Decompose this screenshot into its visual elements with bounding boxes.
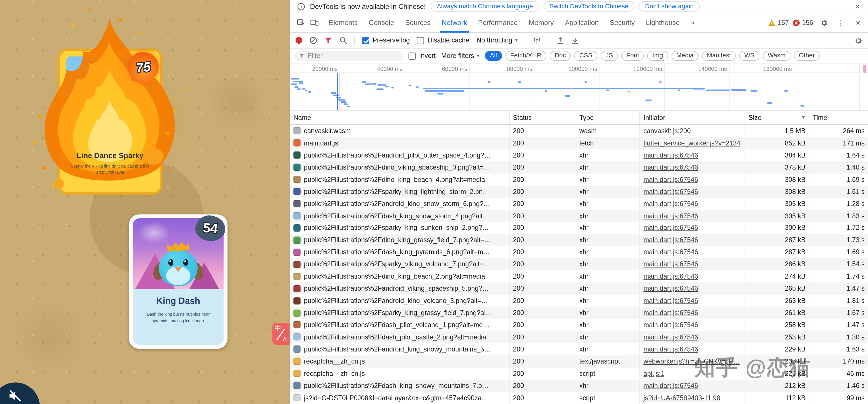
card-king-dash[interactable]: King Dash Dash the king bursts bubbles n… <box>129 214 227 349</box>
initiator-link[interactable]: main.dart.js:67546 <box>643 382 698 390</box>
table-row[interactable]: public%2Fillustrations%2Fsparky_king_sun… <box>290 222 868 234</box>
waterfall-bar[interactable] <box>692 88 705 90</box>
initiator-link[interactable]: main.dart.js:67546 <box>643 261 698 268</box>
waterfall-bar[interactable] <box>344 103 347 105</box>
throttling-select[interactable]: No throttling ▾ <box>476 36 518 44</box>
tab-application[interactable]: Application <box>559 13 604 32</box>
table-row[interactable]: public%2Fillustrations%2Fdino_king_beach… <box>290 270 868 282</box>
table-row[interactable]: public%2Fillustrations%2Fandroid_king_sn… <box>290 198 868 210</box>
column-header-status[interactable]: Status <box>509 110 576 124</box>
waterfall-bar[interactable] <box>767 102 772 104</box>
export-har-icon[interactable] <box>571 36 579 44</box>
checkbox-unchecked[interactable] <box>417 37 424 44</box>
filter-pill-doc[interactable]: Doc <box>550 50 571 61</box>
disable-cache-checkbox[interactable]: Disable cache <box>417 36 469 44</box>
filter-pill-ws[interactable]: WS <box>739 50 760 61</box>
table-row[interactable]: recaptcha__zh_cn.js200text/javascriptweb… <box>290 355 868 367</box>
table-row[interactable]: public%2Fillustrations%2Fsparky_viking_v… <box>290 258 868 270</box>
tab-lighthouse[interactable]: Lighthouse <box>640 13 685 32</box>
initiator-link[interactable]: js?id=UA-67589403-11:98 <box>643 394 720 402</box>
tab-elements[interactable]: Elements <box>323 13 363 32</box>
filter-pill-media[interactable]: Media <box>671 50 699 61</box>
waterfall-bar[interactable] <box>628 91 630 92</box>
warnings-count[interactable]: 157 <box>768 19 789 26</box>
initiator-link[interactable]: flutter_service_worker.js?v=2134 <box>643 139 740 147</box>
network-conditions-icon[interactable] <box>532 36 541 44</box>
record-network-log-button[interactable] <box>296 37 302 44</box>
waterfall-bar[interactable] <box>302 88 305 90</box>
import-har-icon[interactable] <box>556 36 564 44</box>
waterfall-bar[interactable] <box>731 89 746 91</box>
waterfall-bar[interactable] <box>299 82 303 84</box>
clear-network-log-icon[interactable] <box>309 36 317 44</box>
initiator-link[interactable]: webworker.js?hl=zh-CN&v=pP… <box>643 358 740 365</box>
more-filters-dropdown[interactable]: More filters ▾ <box>441 52 479 60</box>
waterfall-bar[interactable] <box>341 101 346 103</box>
initiator-link[interactable]: main.dart.js:67546 <box>643 345 698 353</box>
filter-input[interactable] <box>308 52 399 60</box>
initiator-link[interactable]: main.dart.js:67546 <box>643 236 698 244</box>
waterfall-bar[interactable] <box>606 90 610 91</box>
waterfall-bar[interactable] <box>678 90 680 91</box>
table-row[interactable]: public%2Fillustrations%2Fdash_king_snowy… <box>290 380 868 392</box>
initiator-link[interactable]: main.dart.js:67546 <box>643 309 698 317</box>
tab-network[interactable]: Network <box>436 13 472 32</box>
waterfall-bar[interactable] <box>297 88 301 90</box>
checkbox-checked[interactable] <box>362 37 369 44</box>
column-header-name[interactable]: Name <box>290 110 509 124</box>
initiator-link[interactable]: main.dart.js:67546 <box>643 212 698 220</box>
table-row[interactable]: public%2Fillustrations%2Fandroid_king_vo… <box>290 295 868 307</box>
waterfall-bar[interactable] <box>706 90 730 91</box>
waterfall-bar[interactable] <box>750 90 757 92</box>
waterfall-bar[interactable] <box>416 86 418 88</box>
filter-input-box[interactable] <box>294 50 403 61</box>
table-row[interactable]: public%2Fillustrations%2Fandroid_king_sn… <box>290 343 868 355</box>
filter-pill-manifest[interactable]: Manifest <box>702 50 736 61</box>
initiator-link[interactable]: main.dart.js:67546 <box>643 284 698 292</box>
waterfall-bar[interactable] <box>784 90 788 92</box>
tab-sources[interactable]: Sources <box>400 13 436 32</box>
waterfall-bar[interactable] <box>423 88 695 89</box>
column-header-size[interactable]: Size▼ <box>745 110 809 124</box>
initiator-link[interactable]: main.dart.js:67546 <box>643 200 698 208</box>
devtools-close-button[interactable]: × <box>851 16 865 29</box>
waterfall-bar[interactable] <box>333 94 339 96</box>
tab-memory[interactable]: Memory <box>523 13 560 32</box>
device-toolbar-icon[interactable] <box>308 16 321 29</box>
waterfall-bar[interactable] <box>308 91 311 93</box>
column-header-time[interactable]: Time <box>809 110 868 124</box>
waterfall-bar[interactable] <box>462 90 464 92</box>
waterfall-bar[interactable] <box>659 81 661 83</box>
waterfall-bar[interactable] <box>331 92 336 94</box>
waterfall-bar[interactable] <box>645 100 651 101</box>
waterfall-bar[interactable] <box>488 81 491 83</box>
column-header-initiator[interactable]: Initiator <box>640 110 745 124</box>
initiator-link[interactable]: main.dart.js:67546 <box>643 224 698 232</box>
waterfall-bar[interactable] <box>377 88 384 90</box>
column-header-type[interactable]: Type <box>576 110 640 124</box>
initiator-link[interactable]: main.dart.js:67546 <box>643 176 698 183</box>
table-row[interactable]: recaptcha__zh_cn.js200scriptapi.js:1225 … <box>290 367 868 379</box>
waterfall-bar[interactable] <box>585 81 587 83</box>
banner-button-always-match-chrome-s-language[interactable]: Always match Chrome's language <box>431 1 539 12</box>
waterfall-bar[interactable] <box>801 105 804 107</box>
waterfall-bar[interactable] <box>408 85 411 87</box>
initiator-link[interactable]: main.dart.js:67546 <box>643 188 698 195</box>
waterfall-bar[interactable] <box>545 90 547 92</box>
table-row[interactable]: canvaskit.wasm200wasmcanvaskit.js:2001.5… <box>290 125 868 137</box>
filter-pill-js[interactable]: JS <box>600 50 618 61</box>
waterfall-bar[interactable] <box>518 81 521 83</box>
initiator-link[interactable]: main.dart.js:67546 <box>643 273 698 280</box>
table-row[interactable]: public%2Fillustrations%2Fdash_pilot_volc… <box>290 319 868 331</box>
initiator-link[interactable]: main.dart.js:67546 <box>643 151 698 159</box>
tab-console[interactable]: Console <box>363 13 400 32</box>
waterfall-bar[interactable] <box>294 86 298 88</box>
tab-performance[interactable]: Performance <box>472 13 523 32</box>
waterfall-bar[interactable] <box>362 81 366 83</box>
table-row[interactable]: public%2Fillustrations%2Fdino_viking_spa… <box>290 161 868 173</box>
initiator-link[interactable]: main.dart.js:67546 <box>643 164 698 171</box>
filter-pill-fetch-xhr[interactable]: Fetch/XHR <box>505 50 546 61</box>
filter-pill-img[interactable]: Img <box>647 50 668 61</box>
search-icon[interactable] <box>339 36 347 44</box>
table-row[interactable]: public%2Fillustrations%2Fandroid_pilot_o… <box>290 149 868 161</box>
